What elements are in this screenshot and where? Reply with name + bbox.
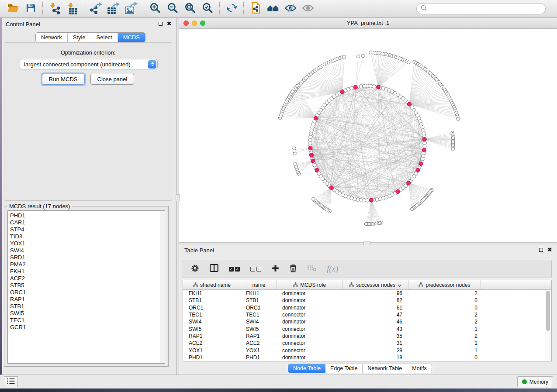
delete-table-button[interactable] (307, 265, 316, 273)
list-item[interactable]: TEC1 (10, 317, 165, 324)
task-history-button[interactable] (4, 376, 18, 387)
list-item[interactable]: SWI5 (10, 310, 165, 317)
table-cell: ACE2 (183, 340, 241, 346)
tab-motifs[interactable]: Motifs (407, 364, 431, 373)
zoom-out-button[interactable] (164, 2, 181, 16)
list-item[interactable]: YOX1 (10, 240, 165, 247)
table-cell: TEC1 (241, 312, 277, 318)
search-box[interactable] (416, 3, 546, 14)
list-item[interactable]: STB1 (10, 303, 165, 310)
list-item[interactable]: ACE2 (10, 275, 165, 282)
column-header-MCDS-role[interactable]: MCDS role (277, 280, 343, 289)
table-header-row: shared namenameMCDS rolesuccessor nodesp… (183, 280, 551, 290)
network-window-titlebar[interactable]: YPA_prune.txt_1 (179, 18, 557, 29)
network-canvas[interactable] (179, 29, 557, 242)
table-cell: ACE2 (241, 340, 277, 346)
tab-select[interactable]: Select (91, 33, 118, 42)
float-window-icon[interactable] (159, 22, 163, 26)
list-item[interactable]: PMA2 (10, 261, 165, 268)
tab-node-table[interactable]: Node Table (288, 364, 325, 373)
table-cell: connector (277, 326, 343, 332)
list-item[interactable]: CAR1 (10, 219, 165, 226)
create-column-button[interactable] (272, 265, 279, 274)
splitter-grip[interactable] (176, 194, 180, 201)
vertical-splitter[interactable] (176, 18, 179, 375)
table-scrollbar[interactable] (545, 290, 551, 361)
export-image-icon (125, 3, 137, 15)
column-header-predecessor-nodes[interactable]: predecessor nodes (408, 280, 481, 289)
memory-label: Memory (529, 379, 548, 385)
function-builder-button[interactable]: f(x) (327, 264, 338, 274)
column-header-successor-nodes[interactable]: successor nodes (343, 280, 408, 289)
save-session-button[interactable] (22, 2, 39, 16)
show-all-button[interactable] (299, 2, 317, 16)
refresh-icon (226, 3, 237, 15)
list-item[interactable]: FKH1 (10, 268, 165, 275)
table-panel: Table Panel ✖ ✓✓ f(x) shared namenameMCD… (179, 245, 557, 375)
mcds-result-list[interactable]: PHD1CAR1STP4TID3YOX1SWI4SRD1PMA2FKH1ACE2… (7, 210, 165, 364)
list-item[interactable]: SRD1 (10, 254, 165, 261)
search-icon (421, 5, 427, 13)
new-network-from-selection-button[interactable] (247, 2, 264, 16)
close-panel-button[interactable]: Close panel (90, 74, 135, 85)
list-item[interactable]: STB5 (10, 282, 165, 289)
deselect-all-button[interactable] (250, 267, 261, 272)
select-all-button[interactable]: ✓✓ (229, 267, 240, 272)
table-row[interactable]: ORC1ORC1dominator610 (183, 304, 551, 311)
table-row[interactable]: STB1STB1dominator620 (183, 297, 551, 304)
tab-edge-table[interactable]: Edge Table (325, 364, 363, 373)
table-row[interactable]: FKH1FKH1dominator962 (183, 290, 551, 297)
list-scrollbar[interactable] (160, 211, 165, 363)
export-image-button[interactable] (122, 2, 140, 16)
table-cell: 29 (343, 347, 408, 354)
table-cell: FKH1 (241, 290, 277, 296)
close-panel-icon[interactable]: ✖ (167, 21, 171, 26)
list-item[interactable]: TID3 (10, 233, 165, 240)
run-mcds-button[interactable]: Run MCDS (42, 74, 85, 85)
show-column-button[interactable] (210, 264, 218, 274)
table-cell: SWI4 (183, 319, 241, 325)
tab-network[interactable]: Network (36, 33, 68, 42)
import-network-button[interactable] (46, 2, 63, 16)
column-header-name[interactable]: name (241, 280, 277, 289)
list-item[interactable]: PHD1 (10, 212, 165, 219)
column-header-shared-name[interactable]: shared name (183, 280, 241, 289)
import-table-button[interactable] (63, 2, 81, 16)
list-item[interactable]: RAP1 (10, 296, 165, 303)
table-mode-button[interactable] (191, 264, 199, 274)
table-row[interactable]: TEC1TEC1connector472 (183, 311, 551, 318)
main-toolbar (0, 0, 557, 18)
first-neighbors-button[interactable] (264, 2, 282, 16)
table-row[interactable]: RAP1RAP1dominator352 (183, 333, 551, 340)
memory-button[interactable]: Memory (517, 376, 553, 387)
apply-layout-button[interactable] (223, 2, 240, 16)
close-panel-icon[interactable]: ✖ (547, 248, 552, 252)
table-row[interactable]: SWI4SWI4dominator462 (183, 318, 551, 325)
table-cell: YOX1 (183, 347, 241, 354)
zoom-in-button[interactable] (146, 2, 164, 16)
hide-selected-button[interactable] (282, 2, 299, 16)
search-input[interactable] (430, 6, 541, 12)
table-row[interactable]: YOX1YOX1connector291 (183, 347, 551, 354)
table-row[interactable]: PHD1PHD1dominator180 (183, 354, 551, 361)
zoom-selected-button[interactable] (199, 2, 216, 16)
tab-mcds[interactable]: MCDS (118, 33, 145, 42)
memory-status-icon (522, 379, 527, 384)
export-network-button[interactable] (87, 2, 105, 16)
float-window-icon[interactable] (539, 248, 543, 252)
table-row[interactable]: SWI5SWI5connector431 (183, 325, 551, 332)
delete-columns-button[interactable] (290, 264, 297, 274)
criterion-dropdown[interactable]: largest connected component (undirected) (20, 59, 158, 69)
tab-style[interactable]: Style (68, 33, 91, 42)
tab-network-table[interactable]: Network Table (363, 364, 407, 373)
list-item[interactable]: GCR1 (10, 324, 165, 331)
export-table-button[interactable] (105, 2, 122, 16)
list-item[interactable]: SWI4 (10, 247, 165, 254)
optimization-criterion-label: Optimization criterion: (4, 49, 172, 56)
table-row[interactable]: ACE2ACE2connector311 (183, 340, 551, 347)
scrollbar-thumb[interactable] (546, 291, 550, 331)
zoom-fit-button[interactable] (181, 2, 199, 16)
list-item[interactable]: ORC1 (10, 289, 165, 296)
list-item[interactable]: STP4 (10, 226, 165, 233)
open-session-button[interactable] (4, 2, 22, 16)
